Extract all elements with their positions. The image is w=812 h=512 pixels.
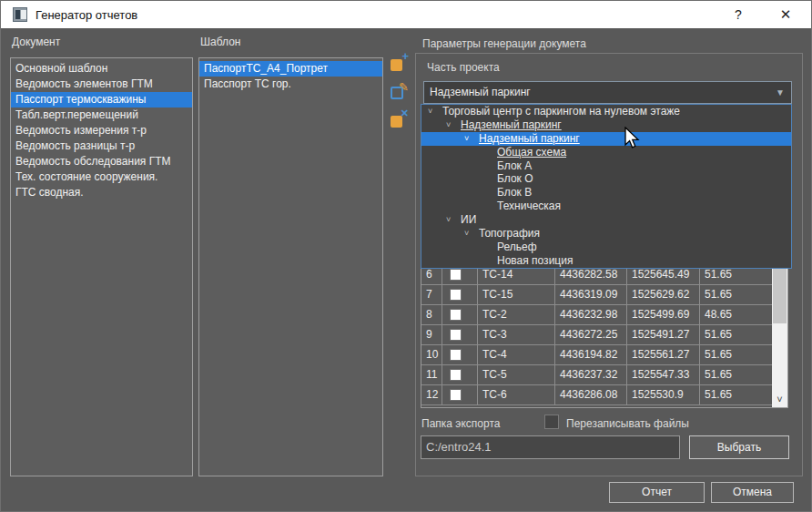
y-coordinate-cell: 1525491.27 (627, 325, 700, 344)
close-button[interactable]: ✕ (766, 1, 806, 28)
document-list-item-label: Основной шаблон (15, 62, 107, 75)
help-button[interactable]: ? (718, 1, 758, 28)
tree-item[interactable]: ˅ Надземный паркинг (421, 132, 791, 146)
scrollbar-thumb[interactable] (773, 267, 787, 323)
row-checkbox[interactable] (450, 269, 462, 281)
tree-item[interactable]: ˅ Топография (421, 227, 791, 241)
table-row[interactable]: 10 ТС-4 4436194.82 1525561.27 51.65 (421, 345, 787, 365)
document-panel-label: Документ (12, 36, 60, 48)
template-list-item-label: ПаспортТС_А4_Портрет (204, 62, 328, 75)
x-coordinate-cell: 4436232.98 (555, 305, 627, 324)
document-list-item-label: ГТС сводная. (15, 186, 84, 199)
tree-item-label: Торговый центр с паркингом на нулевом эт… (442, 105, 680, 118)
document-list-item[interactable]: ГТС сводная. (11, 185, 192, 200)
template-list-item-label: Пасспорт ТС гор. (204, 77, 291, 90)
overwrite-files-label: Перезаписывать файлы (566, 417, 689, 430)
table-row[interactable]: 9 ТС-3 4436272.25 1525491.27 51.65 (421, 325, 787, 345)
add-template-button[interactable]: + (391, 55, 407, 71)
row-checkbox[interactable] (450, 329, 462, 341)
template-list-item[interactable]: ПаспортТС_А4_Портрет (199, 61, 382, 77)
table-row[interactable]: 12 ТС-6 4436286.08 1525530.9 51.65 (421, 385, 787, 405)
tree-item[interactable]: ˅ Блок А (421, 159, 791, 173)
elevation-cell: 51.65 (700, 365, 774, 384)
title-bar[interactable]: Генератор отчетов ? ✕ (1, 1, 811, 28)
tree-item[interactable]: ˅ Надземный паркинг (421, 118, 791, 132)
tree-item[interactable]: ˅ Торговый центр с паркингом на нулевом … (421, 105, 791, 118)
template-list-item[interactable]: Пасспорт ТС гор. (199, 77, 382, 92)
y-coordinate-cell: 1525629.62 (627, 285, 700, 304)
overwrite-files-checkbox[interactable] (544, 415, 559, 429)
template-panel-label: Шаблон (200, 36, 240, 48)
app-icon (13, 7, 27, 22)
chevron-down-icon[interactable]: ˅ (464, 132, 479, 146)
row-checkbox-cell (442, 325, 478, 344)
well-name-cell: ТС-5 (478, 365, 555, 384)
tree-item[interactable]: ˅ Новая позиция (421, 254, 791, 268)
document-list-item[interactable]: Пасспорт термоскважины (11, 92, 192, 108)
y-coordinate-cell: 1525499.69 (627, 305, 700, 324)
dropdown-arrow-icon[interactable]: ▼ (776, 82, 785, 103)
table-row[interactable]: 8 ТС-2 4436232.98 1525499.69 48.65 (421, 305, 787, 325)
x-coordinate-cell: 4436194.82 (555, 345, 627, 364)
browse-button[interactable]: Выбрать (689, 435, 789, 459)
table-rows: 6 ТС-14 4436282.58 1525645.49 51.65 7 ТС… (421, 265, 787, 405)
edit-template-button[interactable]: ✎ (391, 83, 407, 99)
row-number-cell: 12 (421, 385, 442, 404)
pencil-icon: ✎ (399, 80, 409, 94)
row-number-cell: 8 (421, 305, 442, 324)
row-checkbox[interactable] (450, 369, 462, 381)
document-list-item[interactable]: Ведомость измерения т-р (11, 123, 192, 138)
chevron-down-icon[interactable]: ˅ (464, 227, 479, 241)
tree-item[interactable]: ˅ Рельеф (421, 241, 791, 254)
chevron-down-icon[interactable]: ˅ (428, 105, 442, 118)
x-icon: ✕ (401, 108, 409, 119)
tree-item[interactable]: ˅ Блок О (421, 172, 791, 186)
scroll-down-arrow-icon[interactable]: ˅ (772, 393, 787, 407)
document-list-item[interactable]: Тех. состояние сооружения. (11, 169, 192, 185)
row-checkbox[interactable] (450, 289, 462, 301)
document-list-item-label: Пасспорт термоскважины (15, 93, 147, 106)
tree-item-label: Техническая (497, 200, 561, 213)
row-checkbox-cell (442, 385, 478, 404)
document-list-item[interactable]: Ведомость разницы т-р (11, 138, 192, 154)
table-row[interactable]: 7 ТС-15 4436319.09 1525629.62 51.65 (421, 285, 787, 305)
tree-item[interactable]: ˅ Блок В (421, 186, 791, 200)
cancel-button[interactable]: Отмена (711, 482, 794, 503)
document-list-item-label: Ведомость измерения т-р (15, 124, 147, 137)
document-list-item[interactable]: Ведомость элементов ГТМ (11, 77, 192, 92)
document-list-item[interactable]: Основной шаблон (11, 61, 192, 77)
template-list[interactable]: ПаспортТС_А4_Портрет Пасспорт ТС гор. (198, 57, 383, 476)
chevron-down-icon[interactable]: ˅ (446, 213, 461, 227)
wells-table[interactable]: 6 ТС-14 4436282.58 1525645.49 51.65 7 ТС… (421, 264, 788, 408)
document-list-item-label: Ведомость обследования ГТМ (15, 155, 171, 168)
row-checkbox-cell (442, 365, 478, 384)
document-list[interactable]: Основной шаблон Ведомость элементов ГТМ … (10, 57, 193, 476)
tree-item-label: Надземный паркинг (461, 118, 562, 132)
tree-item[interactable]: ˅ ИИ (421, 213, 791, 227)
tree-item[interactable]: ˅ Техническая (421, 200, 791, 213)
row-checkbox[interactable] (450, 389, 462, 401)
document-list-item[interactable]: Ведомость обследования ГТМ (11, 154, 192, 169)
window-title: Генератор отчетов (36, 8, 137, 22)
project-part-value: Надземный паркинг (430, 86, 531, 98)
row-checkbox[interactable] (450, 349, 462, 361)
table-row[interactable]: 11 ТС-5 4436237.32 1525547.33 51.65 (421, 365, 787, 385)
chevron-down-icon[interactable]: ˅ (446, 118, 461, 132)
document-list-item[interactable]: Табл.верт.перемещений (11, 108, 192, 123)
project-part-combobox[interactable]: Надземный паркинг ▼ (423, 81, 792, 104)
well-name-cell: ТС-2 (478, 305, 555, 324)
project-part-dropdown[interactable]: ˅ Торговый центр с паркингом на нулевом … (421, 104, 792, 269)
table-scrollbar[interactable]: ˅ (772, 265, 787, 407)
row-checkbox-cell (442, 345, 478, 364)
tree-item-label: Блок О (497, 172, 533, 186)
export-path-input[interactable]: C:/entro24.1 (421, 435, 680, 459)
tree-item[interactable]: ˅ Общая схема (421, 146, 791, 159)
project-part-label: Часть проекта (427, 61, 500, 74)
tree-item-label: Надземный паркинг (479, 132, 580, 146)
elevation-cell: 51.65 (700, 385, 774, 404)
row-number-cell: 11 (421, 365, 442, 384)
delete-template-button[interactable]: ✕ (391, 111, 407, 128)
tree-item-label: Блок В (497, 186, 532, 200)
row-checkbox[interactable] (450, 309, 462, 321)
report-button[interactable]: Отчет (609, 482, 705, 503)
